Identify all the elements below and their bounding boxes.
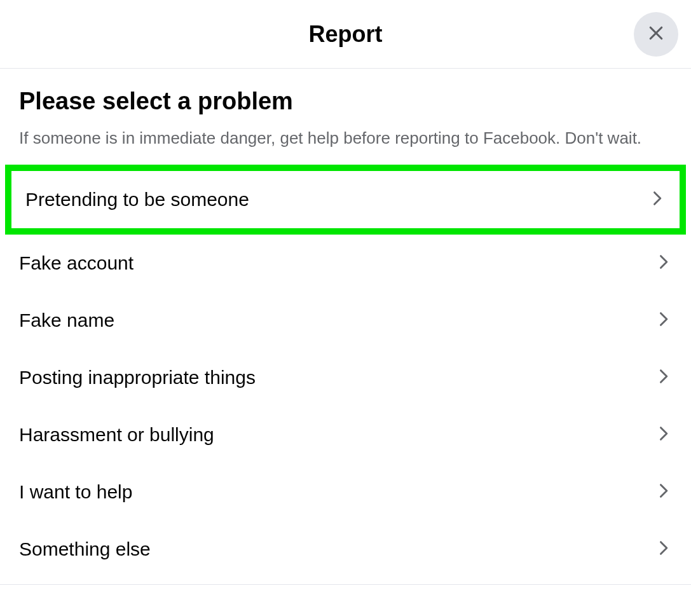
option-i-want-to-help[interactable]: I want to help [0, 463, 691, 521]
option-something-else[interactable]: Something else [0, 521, 691, 578]
dialog-content: Please select a problem If someone is in… [0, 69, 691, 149]
option-pretending-to-be-someone[interactable]: Pretending to be someone [5, 165, 686, 235]
chevron-right-icon [654, 425, 672, 445]
options-list: Pretending to be someone Fake account Fa… [0, 165, 691, 578]
chevron-right-icon [654, 253, 672, 273]
close-icon [647, 24, 666, 44]
option-label: Harassment or bullying [19, 424, 214, 446]
close-button[interactable] [634, 12, 678, 57]
option-label: Fake account [19, 252, 133, 274]
chevron-right-icon [654, 482, 672, 502]
chevron-right-icon [654, 367, 672, 388]
dialog-title: Report [309, 21, 383, 48]
chevron-right-icon [654, 539, 672, 559]
dialog-header: Report [0, 0, 691, 69]
content-subtitle: Please select a problem [19, 88, 672, 115]
option-label: Fake name [19, 310, 114, 331]
option-posting-inappropriate-things[interactable]: Posting inappropriate things [0, 349, 691, 406]
option-label: Something else [19, 538, 151, 560]
option-label: Posting inappropriate things [19, 367, 256, 388]
bottom-divider [0, 584, 691, 585]
option-fake-name[interactable]: Fake name [0, 292, 691, 349]
chevron-right-icon [648, 189, 666, 210]
option-harassment-or-bullying[interactable]: Harassment or bullying [0, 406, 691, 463]
option-fake-account[interactable]: Fake account [0, 235, 691, 292]
chevron-right-icon [654, 310, 672, 331]
report-dialog: Report Please select a problem If someon… [0, 0, 691, 585]
option-label: I want to help [19, 481, 132, 503]
content-description: If someone is in immediate danger, get h… [19, 127, 672, 149]
option-label: Pretending to be someone [25, 189, 249, 210]
